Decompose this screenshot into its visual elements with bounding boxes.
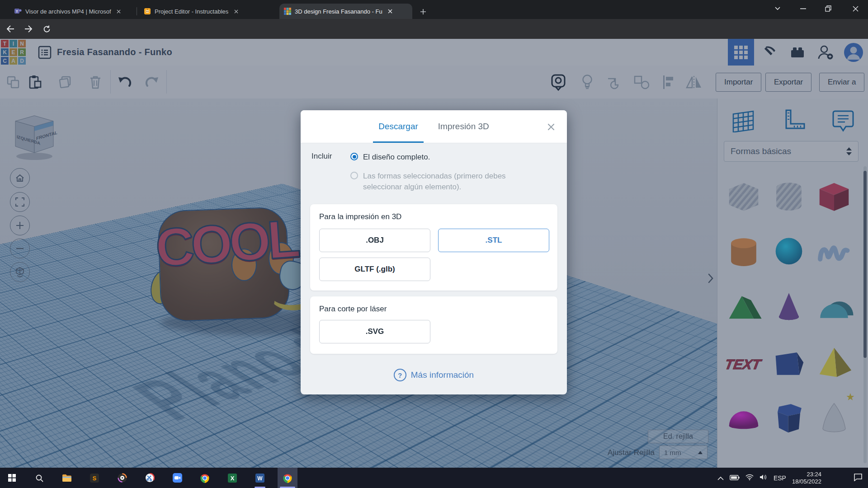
taskbar-start[interactable] <box>2 468 22 488</box>
gltf-button[interactable]: GLTF (.glb) <box>319 258 430 281</box>
radio-disabled-icon <box>350 172 358 179</box>
more-info-label: Más información <box>411 370 474 380</box>
action-center-icon[interactable] <box>854 473 863 483</box>
teams-favicon: T <box>14 8 22 15</box>
download-dialog: Descargar Impresión 3D Incluir El diseño… <box>301 110 567 394</box>
taskbar-word[interactable]: W <box>250 468 270 488</box>
question-icon: ? <box>394 369 406 381</box>
taskbar-media-player[interactable] <box>112 468 132 488</box>
svg-text:T: T <box>16 9 18 14</box>
taskbar-chrome-active[interactable] <box>278 468 297 488</box>
print-3d-card: Para la impresión en 3D .OBJ .STL GLTF (… <box>310 204 557 291</box>
stl-button[interactable]: .STL <box>438 229 549 252</box>
obj-button[interactable]: .OBJ <box>319 229 430 252</box>
svg-text:S: S <box>93 475 97 482</box>
taskbar-clock[interactable]: 23:24 18/05/2022 <box>792 471 821 485</box>
battery-icon[interactable] <box>730 474 740 482</box>
tab-title: Project Editor - Instructables <box>155 8 228 15</box>
wifi-icon[interactable] <box>745 474 754 482</box>
tinkercad-favicon <box>284 8 291 15</box>
clock-time: 23:24 <box>792 471 821 478</box>
laser-cut-card: Para corte por láser .SVG <box>310 296 557 354</box>
radio-selected-label: Las formas seleccionadas (primero debes … <box>363 171 512 192</box>
radio-full-design[interactable]: El diseño completo. <box>350 152 430 163</box>
window-close-button[interactable] <box>846 2 864 15</box>
laser-cut-title: Para corte por láser <box>319 305 387 314</box>
tab-strip: T Visor de archivos MP4 | Microsof Proje… <box>0 0 868 19</box>
more-info-link[interactable]: ? Más información <box>301 369 567 381</box>
forward-button[interactable] <box>21 21 36 37</box>
svg-label: .SVG <box>366 327 384 336</box>
browser-chrome: T Visor de archivos MP4 | Microsof Proje… <box>0 0 868 39</box>
tab-descargar[interactable]: Descargar <box>377 110 420 143</box>
tab-search-chevron-icon[interactable] <box>769 2 787 15</box>
taskbar-zoom[interactable] <box>167 468 187 488</box>
window-minimize-button[interactable] <box>794 2 812 15</box>
tab-instructables[interactable]: Project Editor - Instructables <box>139 4 268 19</box>
tab-impresion-label: Impresión 3D <box>438 122 489 131</box>
address-bar: tinkercad.com/things/gzxa5wS6CER-swanky-… <box>0 19 868 39</box>
svg-text:W: W <box>257 475 263 482</box>
gltf-label: GLTF (.glb) <box>354 265 395 274</box>
obj-label: .OBJ <box>366 236 384 245</box>
tab-impresion-3d[interactable]: Impresión 3D <box>436 110 491 143</box>
taskbar-search[interactable] <box>29 468 49 488</box>
taskbar-excel[interactable]: X <box>222 468 242 488</box>
back-button[interactable] <box>3 21 18 37</box>
volume-icon[interactable] <box>760 474 768 482</box>
system-tray: ESP 23:24 18/05/2022 <box>717 471 868 485</box>
svg-text:X: X <box>231 475 235 482</box>
tab-teams-viewer[interactable]: T Visor de archivos MP4 | Microsof <box>10 4 134 19</box>
window-restore-button[interactable] <box>819 2 837 15</box>
tab-close-icon[interactable] <box>232 7 240 15</box>
tab-title: 3D design Fresia Fasanando - Fu <box>295 8 382 15</box>
include-label: Incluir <box>311 152 332 161</box>
windows-taskbar: SXW ESP 23:24 18/05/2022 <box>0 468 868 488</box>
stl-label: .STL <box>486 236 502 245</box>
new-tab-button[interactable] <box>417 5 429 18</box>
tab-close-icon[interactable] <box>386 7 394 15</box>
print-3d-title: Para la impresión en 3D <box>319 212 401 221</box>
taskbar-file-explorer[interactable] <box>57 468 77 488</box>
reload-button[interactable] <box>39 21 54 37</box>
tab-close-icon[interactable] <box>115 7 123 15</box>
instructables-favicon <box>144 8 151 15</box>
tinkercad-app: TINKERCAD Fresia Fasanando - Funko <box>0 39 868 468</box>
language-indicator[interactable]: ESP <box>774 474 786 482</box>
radio-selected-shapes: Las formas seleccionadas (primero debes … <box>350 171 512 192</box>
tab-tinkercad-active[interactable]: 3D design Fresia Fasanando - Fu <box>279 4 412 19</box>
taskbar-sublime-text[interactable]: S <box>85 468 104 488</box>
dialog-header: Descargar Impresión 3D <box>301 110 567 143</box>
radio-full-label: El diseño completo. <box>363 152 430 163</box>
taskbar-chrome[interactable] <box>195 468 215 488</box>
taskbar-apps: SXW <box>0 468 297 488</box>
taskbar-screen-capture[interactable] <box>140 468 160 488</box>
tab-separator <box>137 7 137 15</box>
svg-button[interactable]: .SVG <box>319 320 430 343</box>
radio-selected-icon <box>350 153 358 160</box>
tab-descargar-label: Descargar <box>378 122 418 131</box>
dialog-close-icon[interactable] <box>545 121 557 133</box>
tab-title: Visor de archivos MP4 | Microsof <box>25 8 111 15</box>
clock-date: 18/05/2022 <box>792 478 821 485</box>
screen: T Visor de archivos MP4 | Microsof Proje… <box>0 0 868 488</box>
tray-chevron-up-icon[interactable] <box>717 474 724 482</box>
